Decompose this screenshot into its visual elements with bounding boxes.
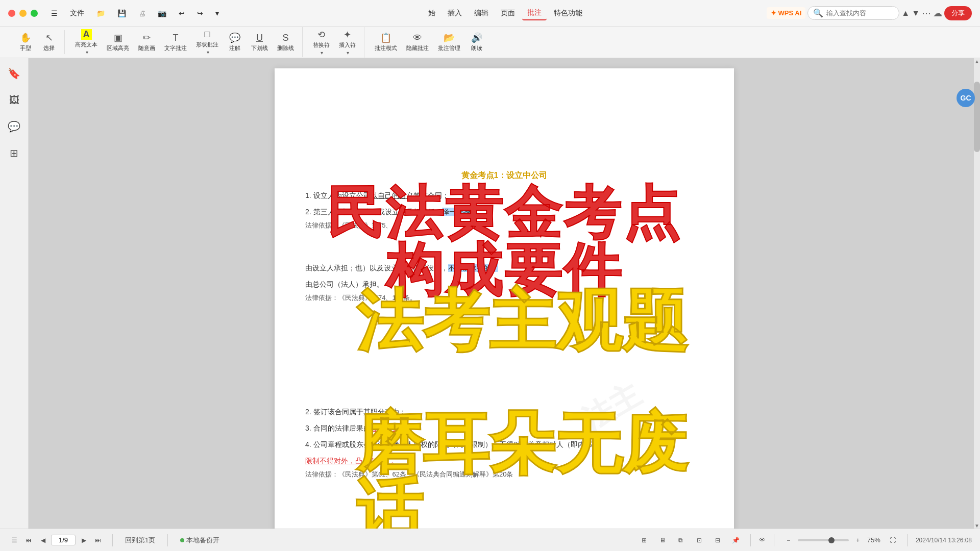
last-page-btn[interactable]: ⏭ <box>92 534 104 546</box>
area-highlight-tool[interactable]: ▣ 区域高亮 <box>103 30 133 54</box>
fullscreen-btn[interactable]: ⛶ <box>887 534 899 546</box>
local-backup-btn[interactable]: 本地备份开 <box>176 534 224 546</box>
view-icon3[interactable]: ⧉ <box>675 534 687 546</box>
sidebar-toggle-btn[interactable]: ☰ <box>8 534 20 546</box>
avatar[interactable]: GC <box>957 89 975 107</box>
underline-icon: U <box>256 33 263 43</box>
underline-label: 下划线 <box>251 44 268 52</box>
wps-ai-button[interactable]: ✦ WPS AI <box>767 7 806 19</box>
manage-comment-tool[interactable]: 📂 批注管理 <box>434 30 464 54</box>
divider5 <box>907 534 908 546</box>
search-box[interactable]: 🔍 <box>807 6 899 20</box>
toolbar-icon-undo[interactable]: ↩ <box>174 7 190 19</box>
scroll-down-arrow[interactable]: ▼ <box>974 522 980 529</box>
doc-area: 民法黄金考点构成要件 法考主观题 磨耳朵无废话 黄金考点1：设立中公司 1. 设… <box>29 58 980 529</box>
zoom-in-btn[interactable]: + <box>852 534 864 546</box>
replace-icon: ⟲ <box>317 29 325 40</box>
red-underline-span: 公司承受； <box>371 424 406 432</box>
title-bar: ☰ 文件 📁 💾 🖨 📷 ↩ ↪ ▾ 文件 始 插入 编辑 页面 批注 特色功能… <box>0 0 980 27</box>
section2-item3b: 限制不得对外，凸外在别）。 <box>305 454 703 468</box>
hand-label: 手型 <box>20 44 31 52</box>
toolbar-icon-more[interactable]: ▾ <box>210 7 224 19</box>
shape-comment-tool[interactable]: □ 形状批注 <box>192 27 223 57</box>
sidebar-bookmark[interactable]: 🔖 <box>5 64 23 83</box>
divider1 <box>112 534 113 546</box>
nav-insert[interactable]: 插入 <box>443 7 467 20</box>
page-input[interactable] <box>51 535 76 545</box>
doc-text-continued: 由设立人承担；也）以及设立人以机器设备，不足以承担的， 由总公司（法人）承担。 <box>305 261 703 291</box>
hand-icon: ✋ <box>20 32 31 43</box>
review-mode-tool[interactable]: 📋 批注模式 <box>371 30 401 54</box>
select-tool[interactable]: ↖ 选择 <box>38 30 60 54</box>
nav-special[interactable]: 特色功能 <box>549 7 587 20</box>
status-nav: ☰ ⏮ ◀ ▶ ⏭ <box>8 534 104 546</box>
zoom-slider-track[interactable] <box>798 539 849 541</box>
view-icon6[interactable]: 📌 <box>730 534 742 546</box>
divider4 <box>774 534 774 546</box>
strikethrough-tool[interactable]: S 删除线 <box>273 31 298 54</box>
divider2 <box>167 534 168 546</box>
nav-start2[interactable]: 始 <box>423 7 440 20</box>
prev-page-btn[interactable]: ◀ <box>37 534 49 546</box>
hand-tool[interactable]: ✋ 手型 <box>14 30 37 54</box>
continued-text2: 由总公司（法人）承担。 <box>305 277 703 291</box>
maximize-button[interactable] <box>31 10 38 17</box>
toolbar-icon-print[interactable]: 🖨 <box>133 7 151 19</box>
text-comment-tool[interactable]: T 文字批注 <box>160 31 191 54</box>
sidebar-image[interactable]: 🖼 <box>5 91 23 109</box>
left-sidebar: 🔖 🖼 💬 ⊞ <box>0 58 29 529</box>
nav-arrow-down[interactable]: ▼ <box>912 9 920 18</box>
sidebar-layout[interactable]: ⊞ <box>5 144 23 162</box>
nav-page[interactable]: 页面 <box>496 7 520 20</box>
nav-arrow-up[interactable]: ▲ <box>901 9 910 18</box>
doc-top-section: 黄金考点1：设立中公司 1. 设立人为设立公司以自己的名义签订合同； 2. 第三… <box>305 170 703 479</box>
back-to-first-btn[interactable]: 回到第1页 <box>121 534 159 546</box>
view-icon4[interactable]: ⊡ <box>693 534 705 546</box>
eye-icon: 👁 <box>759 536 766 544</box>
status-bar: ☰ ⏮ ◀ ▶ ⏭ 回到第1页 本地备份开 ⊞ 🖥 ⧉ ⊡ ⊟ 📌 👁 − + … <box>0 529 980 551</box>
menu-icon[interactable]: ☰ <box>46 7 63 19</box>
read-icon: 🔊 <box>471 32 482 43</box>
local-backup-label: 本地备份开 <box>186 536 219 545</box>
close-button[interactable] <box>8 10 15 17</box>
doc-scrollbar[interactable]: ▲ ▼ <box>974 58 980 529</box>
view-icon5[interactable]: ⊟ <box>712 534 724 546</box>
read-tool[interactable]: 🔊 朗读 <box>465 30 488 54</box>
sidebar-comment[interactable]: 💬 <box>5 117 23 136</box>
hide-comment-icon: 👁 <box>413 33 422 43</box>
search-icon: 🔍 <box>813 8 823 18</box>
share-button[interactable]: 分享 <box>944 6 972 20</box>
view-icon2[interactable]: 🖥 <box>656 534 669 546</box>
annotate-tool[interactable]: 💬 注解 <box>224 30 246 54</box>
zoom-out-btn[interactable]: − <box>782 534 795 546</box>
toolbar-icon-camera[interactable]: 📷 <box>153 7 172 19</box>
toolbar-icon-folder[interactable]: 📁 <box>91 7 110 19</box>
menu-file[interactable]: 文件 <box>65 7 89 20</box>
underline-tool[interactable]: U 下划线 <box>247 31 272 54</box>
toolbar-icon-save[interactable]: 💾 <box>112 7 131 19</box>
first-page-btn[interactable]: ⏮ <box>22 534 35 546</box>
insert-symbol-tool[interactable]: ✦ 插入符 <box>335 27 360 58</box>
nav-comment[interactable]: 批注 <box>522 6 547 20</box>
tool-group-hand: ✋ 手型 ↖ 选择 <box>10 30 65 54</box>
strikethrough-label: 删除线 <box>277 44 294 52</box>
hide-comment-tool[interactable]: 👁 隐藏批注 <box>402 31 433 54</box>
toolbar: ✋ 手型 ↖ 选择 A 高亮文本 ▣ 区域高亮 ✏ 随意画 T 文字批注 □ 形… <box>0 27 980 58</box>
view-icon1[interactable]: ⊞ <box>638 534 650 546</box>
minimize-button[interactable] <box>19 10 27 17</box>
highlight-tool[interactable]: A 高亮文本 <box>71 27 102 57</box>
search-input[interactable] <box>826 9 898 17</box>
nav-edit[interactable]: 编辑 <box>469 7 494 20</box>
cloud-icon[interactable]: ☁ <box>933 8 942 19</box>
more-options[interactable]: ⋯ <box>922 8 931 19</box>
shape-comment-label: 形状批注 <box>196 41 218 48</box>
avatar-initial: GC <box>961 94 971 102</box>
freehand-tool[interactable]: ✏ 随意画 <box>134 30 159 54</box>
replace-tool[interactable]: ⟲ 替换符 <box>309 27 334 58</box>
highlight-label: 高亮文本 <box>75 41 97 48</box>
toolbar-icon-redo[interactable]: ↪ <box>192 7 208 19</box>
next-page-btn[interactable]: ▶ <box>78 534 90 546</box>
text-comment-label: 文字批注 <box>164 44 187 52</box>
zoom-slider-thumb[interactable] <box>828 537 835 543</box>
select-label: 选择 <box>43 44 55 52</box>
